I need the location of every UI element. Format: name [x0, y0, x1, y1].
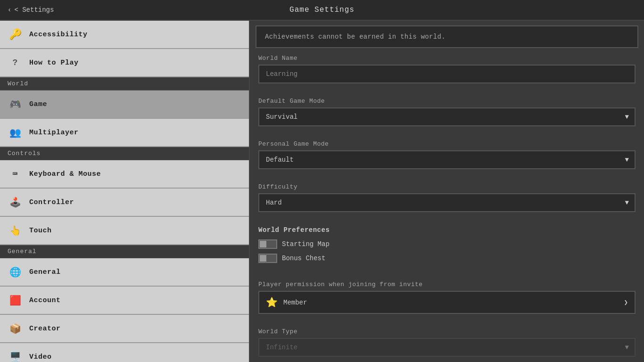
sidebar-item-label: General — [29, 268, 61, 276]
personal-game-mode-section: Personal Game Mode Default Survival Crea… — [250, 134, 644, 169]
difficulty-wrapper: Peaceful Easy Normal Hard ▼ — [258, 193, 636, 212]
achievements-text: Achievements cannot be earned in this wo… — [265, 33, 446, 41]
sidebar-item-keyboard-mouse[interactable]: ⌨️ Keyboard & Mouse — [0, 160, 249, 189]
section-header-world: World — [0, 77, 249, 90]
back-label: < Settings — [14, 6, 54, 14]
player-permission-row[interactable]: ⭐ Member ❯ — [258, 291, 636, 314]
world-type-wrapper: Infinite Flat Old ▼ — [258, 338, 636, 357]
toggle-knob — [260, 255, 266, 262]
game-icon: 🎮 — [8, 97, 23, 112]
achievements-banner: Achievements cannot be earned in this wo… — [256, 25, 638, 48]
sidebar: 🔑 Accessibility ? How to Play World 🎮 Ga… — [0, 21, 250, 362]
starting-map-row: Starting Map — [258, 239, 636, 249]
how-to-play-icon: ? — [8, 55, 23, 70]
sidebar-item-label: Account — [29, 296, 61, 304]
main-layout: 🔑 Accessibility ? How to Play World 🎮 Ga… — [0, 21, 644, 362]
sidebar-item-label: Multiplayer — [29, 129, 79, 137]
personal-game-mode-dropdown[interactable]: Default Survival Creative Adventure — [258, 150, 636, 169]
player-permission-value: Member — [283, 299, 624, 306]
default-game-mode-dropdown[interactable]: Survival Creative Adventure Spectator — [258, 107, 636, 126]
sidebar-item-label: Creator — [29, 325, 61, 333]
keyboard-icon: ⌨️ — [8, 166, 23, 181]
sidebar-item-multiplayer[interactable]: 👥 Multiplayer — [0, 119, 249, 147]
sidebar-item-label: Accessibility — [29, 31, 88, 39]
world-type-label: World Type — [258, 328, 636, 335]
player-permission-label: Player permission when joining from invi… — [258, 281, 636, 288]
controller-icon: 🕹️ — [8, 195, 23, 210]
video-icon: 🖥️ — [8, 349, 23, 362]
section-header-controls: Controls — [0, 147, 249, 160]
world-preferences-section: World Preferences — [250, 220, 644, 234]
difficulty-dropdown[interactable]: Peaceful Easy Normal Hard — [258, 193, 636, 212]
accessibility-icon: 🔑 — [8, 27, 23, 42]
sidebar-item-accessibility[interactable]: 🔑 Accessibility — [0, 21, 249, 49]
back-icon: ‹ — [8, 6, 11, 14]
multiplayer-icon: 👥 — [8, 125, 23, 140]
sidebar-item-touch[interactable]: 👆 Touch — [0, 217, 249, 245]
default-game-mode-section: Default Game Mode Survival Creative Adve… — [250, 91, 644, 126]
default-game-mode-label: Default Game Mode — [258, 98, 636, 105]
difficulty-section: Difficulty Peaceful Easy Normal Hard ▼ — [250, 177, 644, 212]
preferences-toggles: Starting Map Bonus Chest — [250, 239, 644, 274]
default-game-mode-wrapper: Survival Creative Adventure Spectator ▼ — [258, 107, 636, 126]
right-panel: Achievements cannot be earned in this wo… — [250, 21, 644, 362]
starting-map-label: Starting Map — [282, 240, 330, 248]
bonus-chest-row: Bonus Chest — [258, 254, 636, 263]
sidebar-item-general[interactable]: 🌐 General — [0, 258, 249, 287]
difficulty-label: Difficulty — [258, 183, 636, 190]
page-title: Game Settings — [289, 6, 355, 14]
sidebar-item-label: Touch — [29, 227, 52, 235]
sidebar-item-label: Video — [29, 353, 52, 361]
world-name-section: World Name — [250, 48, 644, 91]
bonus-chest-label: Bonus Chest — [282, 255, 325, 262]
world-name-label: World Name — [258, 55, 636, 62]
sidebar-item-how-to-play[interactable]: ? How to Play — [0, 49, 249, 77]
sidebar-item-label: Controller — [29, 198, 74, 206]
sidebar-item-video[interactable]: 🖥️ Video — [0, 343, 249, 362]
world-type-dropdown: Infinite Flat Old — [258, 338, 636, 357]
account-icon: 🟥 — [8, 293, 23, 308]
sidebar-item-creator[interactable]: 📦 Creator — [0, 315, 249, 343]
world-preferences-title: World Preferences — [258, 226, 636, 234]
personal-game-mode-label: Personal Game Mode — [258, 140, 636, 148]
sidebar-item-label: Game — [29, 100, 47, 108]
sidebar-item-account[interactable]: 🟥 Account — [0, 287, 249, 315]
bonus-chest-toggle[interactable] — [258, 254, 277, 263]
sidebar-item-controller[interactable]: 🕹️ Controller — [0, 189, 249, 217]
sidebar-item-label: Keyboard & Mouse — [29, 170, 101, 178]
toggle-knob — [260, 241, 266, 247]
touch-icon: 👆 — [8, 223, 23, 238]
sidebar-item-game[interactable]: 🎮 Game — [0, 90, 249, 119]
world-name-input[interactable] — [258, 65, 636, 83]
section-header-general: General — [0, 245, 249, 258]
personal-game-mode-wrapper: Default Survival Creative Adventure ▼ — [258, 150, 636, 169]
general-icon: 🌐 — [8, 264, 23, 280]
sidebar-item-label: How to Play — [29, 59, 79, 67]
creator-icon: 📦 — [8, 321, 23, 336]
player-permission-section: Player permission when joining from invi… — [250, 274, 644, 314]
starting-map-toggle[interactable] — [258, 239, 277, 249]
back-button[interactable]: ‹ < Settings — [8, 6, 54, 14]
world-type-section: World Type Infinite Flat Old ▼ — [250, 321, 644, 357]
chevron-right-icon: ❯ — [624, 298, 628, 306]
title-bar: ‹ < Settings Game Settings — [0, 0, 644, 21]
star-icon: ⭐ — [266, 296, 278, 308]
